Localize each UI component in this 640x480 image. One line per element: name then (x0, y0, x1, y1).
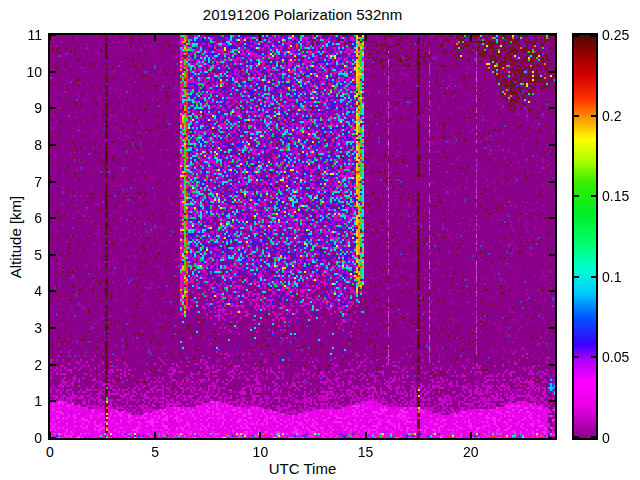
y-tick-mark-right (549, 437, 555, 439)
colorbar-tick-mark (574, 35, 579, 37)
y-tick-mark (50, 107, 56, 109)
colorbar-tick-mark-right (591, 115, 596, 117)
y-tick-mark (50, 144, 56, 146)
colorbar-tick-label: 0.15 (602, 187, 629, 205)
x-axis-label: UTC Time (48, 460, 557, 477)
colorbar-tick-mark-right (591, 276, 596, 278)
y-tick-mark-right (549, 181, 555, 183)
y-tick-mark (50, 71, 56, 73)
x-tick-mark (154, 432, 156, 438)
colorbar-tick-mark-right (591, 35, 596, 37)
colorbar-tick-label: 0.2 (602, 107, 621, 125)
y-tick-mark-right (549, 364, 555, 366)
y-tick-mark-right (549, 400, 555, 402)
colorbar-tick-mark (574, 195, 579, 197)
colorbar-tick-mark (574, 115, 579, 117)
colorbar (572, 33, 598, 440)
y-tick-mark-right (549, 290, 555, 292)
y-axis-tick-label: 8 (0, 136, 42, 154)
y-axis-tick-label: 7 (0, 173, 42, 191)
colorbar-tick-mark-right (591, 356, 596, 358)
x-tick-mark (259, 432, 261, 438)
y-tick-mark-right (549, 217, 555, 219)
y-tick-mark (50, 181, 56, 183)
y-tick-mark (50, 254, 56, 256)
x-axis-tick-label: 20 (451, 444, 491, 460)
figure: 20191206 Polarization 532nm Altitude [km… (0, 0, 640, 480)
x-tick-mark (470, 432, 472, 438)
y-axis-tick-label: 0 (0, 429, 42, 447)
y-axis-tick-label: 5 (0, 246, 42, 264)
y-tick-mark (50, 290, 56, 292)
colorbar-tick-mark (574, 276, 579, 278)
y-axis-tick-label: 2 (0, 356, 42, 374)
y-tick-mark-right (549, 71, 555, 73)
y-axis-tick-label: 3 (0, 319, 42, 337)
colorbar-tick-mark (574, 436, 579, 438)
x-tick-mark-top (259, 35, 261, 41)
y-axis-tick-label: 4 (0, 282, 42, 300)
x-tick-mark-top (470, 35, 472, 41)
y-axis-tick-label: 9 (0, 99, 42, 117)
y-tick-mark (50, 327, 56, 329)
heatmap-canvas (50, 35, 555, 438)
colorbar-tick-mark (574, 356, 579, 358)
y-tick-mark-right (549, 107, 555, 109)
y-tick-mark (50, 34, 56, 36)
colorbar-tick-label: 0.25 (602, 26, 629, 44)
colorbar-tick-label: 0.1 (602, 268, 621, 286)
x-axis-tick-label: 10 (240, 444, 280, 460)
colorbar-gradient (574, 35, 596, 438)
y-tick-mark-right (549, 327, 555, 329)
y-tick-mark (50, 400, 56, 402)
chart-title: 20191206 Polarization 532nm (48, 6, 557, 23)
y-axis-tick-label: 10 (0, 63, 42, 81)
y-tick-mark-right (549, 254, 555, 256)
y-axis-tick-label: 1 (0, 392, 42, 410)
y-axis-label: Altitude [km] (7, 177, 25, 297)
x-tick-mark (365, 432, 367, 438)
colorbar-tick-mark-right (591, 195, 596, 197)
colorbar-tick-label: 0 (602, 429, 610, 447)
y-axis-tick-label: 6 (0, 209, 42, 227)
colorbar-tick-mark-right (591, 436, 596, 438)
y-tick-mark (50, 364, 56, 366)
x-tick-mark-top (365, 35, 367, 41)
plot-frame (48, 33, 557, 440)
y-tick-mark (50, 217, 56, 219)
colorbar-tick-label: 0.05 (602, 348, 629, 366)
y-tick-mark-right (549, 34, 555, 36)
x-axis-tick-label: 15 (346, 444, 386, 460)
y-axis-tick-label: 11 (0, 26, 42, 44)
y-tick-mark (50, 437, 56, 439)
y-tick-mark-right (549, 144, 555, 146)
x-axis-tick-label: 5 (135, 444, 175, 460)
x-tick-mark-top (154, 35, 156, 41)
